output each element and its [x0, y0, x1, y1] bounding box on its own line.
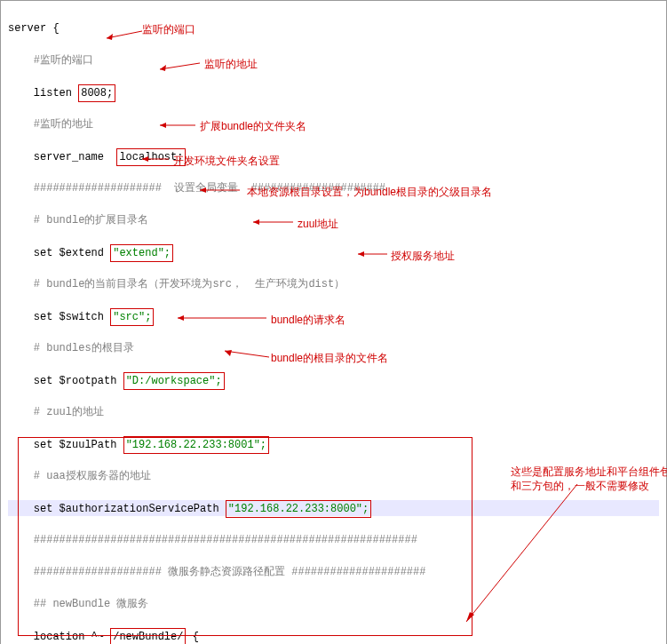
box-extend: "extend"; — [110, 244, 173, 262]
code-line: #监听的地址 — [8, 116, 659, 132]
code-line: # uaa授权服务器的地址 — [8, 468, 659, 484]
code-line: set $extend "extend"; — [8, 244, 659, 260]
nginx-config-code: server { #监听的端口 listen 8008; #监听的地址 serv… — [0, 0, 667, 644]
code-line: # zuul的地址 — [8, 404, 659, 420]
code-line: ########################################… — [8, 532, 659, 548]
box-zuulpath: "192.168.22.233:8001"; — [123, 436, 269, 454]
code-line: #监听的端口 — [8, 52, 659, 68]
code-line: ## newBundle 微服务 — [8, 596, 659, 612]
code-line: # bundle的扩展目录名 — [8, 212, 659, 228]
code-line: server { — [8, 20, 659, 36]
code-line: listen 8008; — [8, 84, 659, 100]
box-rootpath: "D:/workspace"; — [123, 372, 225, 390]
code-line: set $rootpath "D:/workspace"; — [8, 372, 659, 388]
code-line: #################### 设置全局变量 ############… — [8, 180, 659, 196]
box-listen-port: 8008; — [78, 84, 115, 102]
box-server-name: localhost; — [116, 148, 186, 166]
box-switch: "src"; — [110, 308, 154, 326]
code-line: location ^~ /newBundle/ { — [8, 628, 659, 644]
code-line-highlighted: set $authorizationServicePath "192.168.2… — [8, 500, 659, 516]
box-location-newbundle: /newBundle/ — [110, 628, 186, 644]
code-line: set $switch "src"; — [8, 308, 659, 324]
code-line: #################### 微服务静态资源路径配置 #######… — [8, 564, 659, 580]
code-line: server_name localhost; — [8, 148, 659, 164]
code-line: # bundle的当前目录名（开发环境为src， 生产环境为dist） — [8, 276, 659, 292]
code-line: # bundles的根目录 — [8, 340, 659, 356]
box-authpath: "192.168.22.233:8000"; — [226, 500, 371, 518]
code-line: set $zuulPath "192.168.22.233:8001"; — [8, 436, 659, 452]
